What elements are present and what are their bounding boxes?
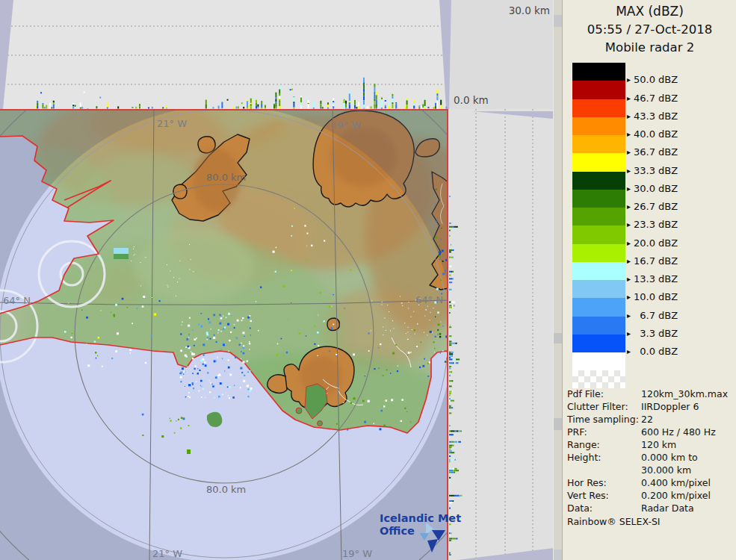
legend-tick-arrow-icon: ▸	[627, 220, 631, 228]
legend-swatch	[572, 153, 625, 171]
legend-swatch	[572, 208, 625, 225]
legend-swatch	[572, 298, 625, 316]
metadata-row: PRF:600 Hz / 480 Hz	[567, 426, 735, 439]
label-lat-64n-left: 64° N	[3, 295, 31, 306]
legend-swatch	[572, 317, 625, 335]
legend-value-label: ▸40.0 dBZ	[627, 128, 732, 140]
legend-swatch	[572, 99, 625, 117]
metadata-label: Clutter Filter:	[567, 401, 628, 412]
height-axis-max-label: 30.0 km	[509, 4, 550, 16]
metadata-label: Range:	[567, 439, 600, 450]
metadata-value: Radar Data	[641, 503, 694, 514]
legend-tick-arrow-icon: ▸	[627, 293, 631, 301]
radar-map-canvas[interactable]: 21° W 19° W 21° W 19° W 64° N 64° N 80.0…	[0, 109, 448, 560]
label-lat-64n-right: 64° N	[415, 294, 443, 305]
legend-tick-arrow-icon: ▸	[627, 202, 631, 211]
label-lon-19w-bottom: 19° W	[342, 548, 372, 559]
label-lon-19w-top: 19° W	[331, 119, 361, 131]
legend-swatch	[572, 117, 625, 135]
metadata-value: 30.000 km	[641, 464, 691, 476]
metadata-row: Time sampling:22	[567, 414, 735, 426]
legend-swatch	[572, 190, 625, 208]
metadata-row: 30.000 km	[567, 464, 735, 477]
metadata-label: Height:	[567, 452, 602, 463]
legend-swatch	[572, 335, 625, 352]
metadata-row: Range:120 km	[567, 439, 735, 452]
legend-tick-arrow-icon: ▸	[627, 112, 631, 120]
legend-value-label: ▸16.7 dBZ	[627, 255, 732, 267]
metadata-row: Hor Res:0.400 km/pixel	[567, 477, 735, 490]
map-border-top	[0, 109, 448, 111]
legend-value-label: ▸ 3.3 dBZ	[627, 328, 732, 340]
legend-swatch	[572, 63, 625, 81]
map-marker-flag	[114, 248, 129, 259]
legend-tick-arrow-icon: ▸	[627, 184, 631, 193]
metadata-row: Data:Radar Data	[567, 503, 735, 515]
metadata-row: Height:0.000 km to	[567, 452, 735, 464]
legend-value-label: ▸30.0 dBZ	[627, 183, 732, 195]
metadata-label: Data:	[567, 503, 593, 514]
legend-tick-arrow-icon: ▸	[627, 257, 631, 265]
legend-tick-arrow-icon: ▸	[627, 275, 631, 283]
metadata-value: 120 km	[641, 439, 676, 450]
top-panel-bg	[0, 0, 448, 109]
legend-swatch	[572, 135, 625, 153]
legend-value-label: ▸43.3 dBZ	[627, 111, 732, 122]
legend-value-label: ▸46.7 dBZ	[627, 93, 732, 105]
islet-speck	[187, 449, 191, 454]
legend-value-label: ▸ 0.0 dBZ	[627, 346, 732, 358]
metadata-value: 0.000 km to	[641, 452, 698, 463]
metadata-value: 0.400 km/pixel	[641, 477, 711, 488]
legend-value-label: ▸20.0 dBZ	[627, 237, 732, 249]
label-lon-21w-bottom: 21° W	[152, 548, 182, 559]
legend-value-label: ▸26.7 dBZ	[627, 201, 732, 213]
radar-source-name: Mobile radar 2	[563, 40, 736, 55]
legend-tick-arrow-icon: ▸	[627, 148, 631, 156]
product-title: MAX (dBZ)	[563, 4, 736, 19]
legend-swatch	[572, 172, 625, 190]
metadata-label: Vert Res:	[567, 490, 609, 501]
metadata-value: 0.200 km/pixel	[641, 490, 711, 501]
legend-swatch-transparent	[572, 370, 625, 388]
legend-value-label: ▸50.0 dBZ	[627, 74, 732, 86]
legend-swatch-below-threshold	[572, 352, 625, 370]
legend-tick-arrow-icon: ▸	[627, 311, 631, 320]
metadata-value: IIRDoppler 6	[641, 401, 699, 412]
legend-swatch	[572, 280, 625, 298]
legend-swatch	[572, 225, 625, 243]
product-info-sidebar: MAX (dBZ) 05:55 / 27-Oct-2018 Mobile rad…	[562, 0, 736, 560]
legend-swatch	[572, 81, 625, 99]
metadata-row: Pdf File:120km_30km.max	[567, 388, 735, 401]
product-datetime: 05:55 / 27-Oct-2018	[563, 22, 736, 37]
legend-value-label: ▸23.3 dBZ	[627, 219, 732, 231]
metadata-value: 22	[641, 414, 653, 425]
legend-tick-arrow-icon: ▸	[627, 94, 631, 102]
icelandic-met-office-logo: Icelandic Met Office	[380, 512, 462, 557]
legend-tick-arrow-icon: ▸	[627, 239, 631, 247]
metadata-label: Hor Res:	[567, 477, 607, 488]
legend-swatch	[572, 244, 625, 262]
metadata-row: Clutter Filter:IIRDoppler 6	[567, 401, 735, 414]
legend-tick-arrow-icon: ▸	[627, 329, 631, 337]
legend-tick-arrow-icon: ▸	[627, 347, 631, 355]
legend-value-label: ▸13.3 dBZ	[627, 273, 732, 285]
legend-value-label: ▸ 6.7 dBZ	[627, 310, 732, 322]
height-axis-min-label: 0.0 km	[454, 94, 489, 106]
legend-value-label: ▸10.0 dBZ	[627, 291, 732, 303]
metadata-row: Vert Res:0.200 km/pixel	[567, 490, 735, 503]
label-ring-80km-top: 80.0 km	[206, 172, 246, 183]
logo-pinwheel-icon	[415, 521, 454, 556]
legend-swatch	[572, 262, 625, 280]
legend-tick-arrow-icon: ▸	[627, 75, 631, 84]
label-lon-21w-top: 21° W	[157, 118, 187, 129]
legend-color-scale	[572, 63, 625, 388]
legend-value-label: ▸33.3 dBZ	[627, 165, 732, 177]
metadata-label: PRF:	[567, 426, 587, 438]
cross-section-top-panel: 30.0 km 0.0 km	[0, 0, 553, 109]
metadata-value: 600 Hz / 480 Hz	[641, 426, 716, 438]
label-ring-80km-bottom: 80.0 km	[206, 484, 246, 495]
side-panel-bg	[448, 109, 553, 560]
metadata-label: Time sampling:	[567, 414, 639, 425]
cross-section-side-panel	[448, 109, 553, 560]
legend-tick-arrow-icon: ▸	[627, 167, 631, 175]
